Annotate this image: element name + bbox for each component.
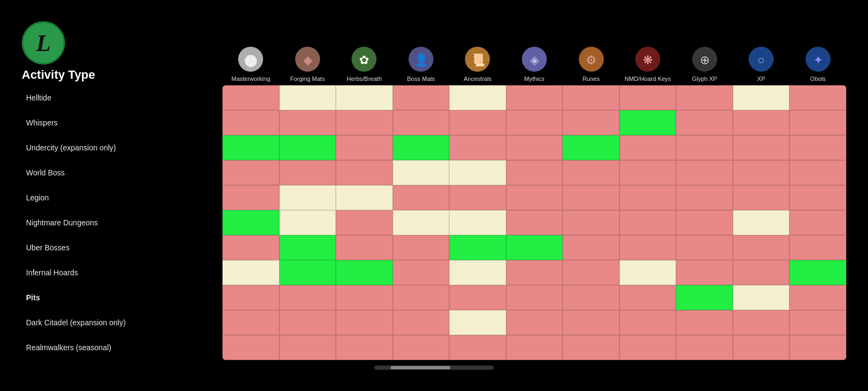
cell-10-6 <box>563 335 620 360</box>
cell-9-9 <box>733 310 790 335</box>
cell-5-0 <box>222 210 279 235</box>
cell-0-5 <box>506 85 563 110</box>
col-label-6: Runes <box>583 75 600 82</box>
col-label-10: Obols <box>810 75 826 82</box>
cell-10-9 <box>733 335 790 360</box>
cell-4-6 <box>563 185 620 210</box>
cell-1-6 <box>563 110 620 135</box>
cell-5-9 <box>733 210 790 235</box>
svg-text:📜: 📜 <box>470 53 486 67</box>
logo-area: L Activity Type <box>22 21 222 82</box>
cell-6-9 <box>733 235 790 260</box>
cell-7-8 <box>676 260 733 285</box>
cell-8-4 <box>449 285 506 310</box>
col-header-2: ✿ Herbs/Breath <box>336 45 393 82</box>
svg-text:⚙: ⚙ <box>586 53 597 67</box>
cell-2-0 <box>222 135 279 160</box>
cell-10-4 <box>449 335 506 360</box>
cell-6-10 <box>789 235 846 260</box>
cell-1-2 <box>336 110 393 135</box>
row-label-3: World Boss <box>22 160 222 185</box>
cell-3-0 <box>222 160 279 185</box>
cell-1-3 <box>393 110 450 135</box>
cell-2-3 <box>393 135 450 160</box>
cell-1-0 <box>222 110 279 135</box>
grid-row-2 <box>222 135 846 160</box>
cell-7-7 <box>620 260 676 285</box>
grid-row-1 <box>222 110 846 135</box>
col-icon-0: ⬤ <box>237 45 265 73</box>
cell-7-2 <box>336 260 393 285</box>
cell-3-7 <box>620 160 676 185</box>
cell-9-0 <box>222 310 279 335</box>
svg-text:⬤: ⬤ <box>244 53 258 67</box>
col-header-9: ○ XP <box>733 45 790 82</box>
cell-6-5 <box>506 235 563 260</box>
col-icon-7: ❋ <box>634 45 662 73</box>
col-icon-6: ⚙ <box>577 45 605 73</box>
cell-9-5 <box>506 310 563 335</box>
row-label-1: Whispers <box>22 110 222 135</box>
row-label-4: Legion <box>22 185 222 210</box>
cell-3-3 <box>393 160 450 185</box>
logo-icon: L <box>22 21 65 65</box>
cell-9-10 <box>789 310 846 335</box>
cell-0-10 <box>789 85 846 110</box>
svg-text:○: ○ <box>758 53 765 67</box>
col-header-0: ⬤ Masterworking <box>222 45 279 82</box>
cell-3-6 <box>563 160 620 185</box>
cell-10-2 <box>336 335 393 360</box>
cell-7-0 <box>222 260 279 285</box>
scrollbar-thumb[interactable] <box>391 366 450 369</box>
grid-row-10 <box>222 335 846 360</box>
row-label-6: Uber Bosses <box>22 235 222 260</box>
col-label-4: Ancestrals <box>464 75 492 82</box>
cell-7-1 <box>279 260 336 285</box>
grid-row-6 <box>222 235 846 260</box>
grid-area: HelltideWhispersUndercity (expansion onl… <box>22 85 846 360</box>
cell-7-10 <box>789 260 846 285</box>
cell-5-8 <box>676 210 733 235</box>
grid-row-3 <box>222 160 846 185</box>
cell-0-6 <box>563 85 620 110</box>
cell-10-8 <box>676 335 733 360</box>
cell-5-4 <box>449 210 506 235</box>
svg-text:✦: ✦ <box>813 53 823 67</box>
col-label-0: Masterworking <box>232 75 271 82</box>
grid-row-7 <box>222 260 846 285</box>
scrollbar-track[interactable] <box>374 365 494 370</box>
grid-cells <box>222 85 846 360</box>
cell-1-9 <box>733 110 790 135</box>
col-header-8: ⊕ Glyph XP <box>676 45 733 82</box>
cell-10-5 <box>506 335 563 360</box>
cell-10-7 <box>620 335 676 360</box>
cell-0-0 <box>222 85 279 110</box>
cell-2-1 <box>279 135 336 160</box>
grid-row-8 <box>222 285 846 310</box>
cell-4-5 <box>506 185 563 210</box>
col-label-1: Forging Mats <box>290 75 325 82</box>
cell-0-2 <box>336 85 393 110</box>
cell-8-7 <box>620 285 676 310</box>
cell-9-4 <box>449 310 506 335</box>
cell-1-1 <box>279 110 336 135</box>
cell-6-2 <box>336 235 393 260</box>
cell-3-8 <box>676 160 733 185</box>
col-icon-10: ✦ <box>804 45 832 73</box>
cell-2-10 <box>789 135 846 160</box>
row-label-2: Undercity (expansion only) <box>22 135 222 160</box>
cell-5-7 <box>620 210 676 235</box>
cell-10-1 <box>279 335 336 360</box>
cell-3-10 <box>789 160 846 185</box>
cell-6-0 <box>222 235 279 260</box>
cell-3-9 <box>733 160 790 185</box>
col-header-6: ⚙ Runes <box>563 45 620 82</box>
cell-3-1 <box>279 160 336 185</box>
col-icon-1: ◆ <box>293 45 322 73</box>
col-header-10: ✦ Obols <box>789 45 846 82</box>
grid-row-9 <box>222 310 846 335</box>
cell-6-7 <box>620 235 676 260</box>
col-icon-9: ○ <box>747 45 775 73</box>
cell-2-7 <box>620 135 676 160</box>
cell-2-4 <box>449 135 506 160</box>
